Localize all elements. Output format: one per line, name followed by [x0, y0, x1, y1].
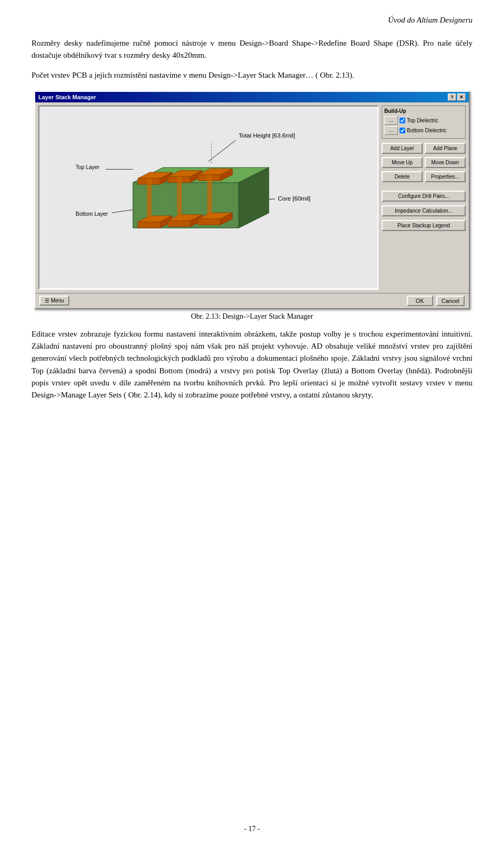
page-footer: - 17 - — [0, 825, 504, 833]
cancel-button[interactable]: Cancel — [436, 296, 465, 306]
top-dielectric-label: Top Dielectric — [407, 118, 438, 123]
menu-button[interactable]: ☰ Menu — [39, 296, 69, 306]
page-header: Úvod do Altium Designeru — [32, 16, 472, 25]
bottom-dielectric-row: ... Bottom Dielectric — [384, 126, 463, 135]
add-buttons-row: Add Layer Add Plane — [382, 143, 466, 154]
dialog-title: Layer Stack Manager — [38, 94, 96, 100]
buildup-label: Build-Up — [384, 108, 463, 114]
place-stackup-button[interactable]: Place Stackup Legend — [382, 220, 466, 231]
footer-left: ☰ Menu — [39, 296, 69, 306]
dialog-titlebar: Layer Stack Manager ? ✕ — [35, 92, 469, 102]
page: Úvod do Altium Designeru Rozměry desky n… — [0, 0, 504, 849]
top-dielectric-checkbox[interactable] — [400, 118, 405, 123]
close-button[interactable]: ✕ — [457, 93, 466, 101]
add-plane-button[interactable]: Add Plane — [425, 143, 466, 154]
svg-text:Total Height [63.6mil]: Total Height [63.6mil] — [239, 132, 295, 138]
move-down-button[interactable]: Move Down — [425, 157, 466, 168]
svg-text:Bottom Layer: Bottom Layer — [76, 211, 108, 217]
top-dielectric-row: ... Top Dielectric — [384, 116, 463, 125]
svg-marker-23 — [138, 222, 160, 228]
dialog-body: Total Height [63.6mil] Core [60mil] Top … — [35, 102, 469, 293]
dialog-right-panel: Build-Up ... Top Dielectric ... Bottom D… — [382, 106, 466, 290]
configure-drill-button[interactable]: Configure Drill Pairs... — [382, 191, 466, 202]
move-up-button[interactable]: Move Up — [382, 157, 423, 168]
menu-icon: ☰ — [45, 298, 49, 303]
svg-marker-29 — [198, 219, 220, 225]
dialog-layer-stack-manager: Layer Stack Manager ? ✕ Total Height [63… — [34, 91, 470, 309]
delete-properties-row: Delete Properties... — [382, 171, 466, 182]
top-dielectric-btn[interactable]: ... — [384, 116, 398, 125]
titlebar-buttons: ? ✕ — [448, 93, 466, 101]
move-buttons-row: Move Up Move Down — [382, 157, 466, 168]
header-title: Úvod do Altium Designeru — [388, 16, 472, 24]
impedance-button[interactable]: Impedance Calculation... — [382, 205, 466, 216]
figure-layer-stack-manager: Layer Stack Manager ? ✕ Total Height [63… — [32, 91, 472, 321]
figure-caption: Obr. 2.13: Design->Layer Stack Manager — [32, 312, 472, 321]
delete-button[interactable]: Delete — [382, 171, 423, 182]
ok-button[interactable]: OK — [407, 296, 433, 306]
bottom-dielectric-btn[interactable]: ... — [384, 126, 398, 135]
svg-marker-26 — [168, 221, 191, 227]
paragraph-1: Rozměry desky nadefinujeme ručně pomocí … — [32, 37, 472, 62]
buildup-group: Build-Up ... Top Dielectric ... Bottom D… — [382, 106, 466, 139]
help-button[interactable]: ? — [448, 93, 456, 101]
bottom-dielectric-label: Bottom Dielectric — [407, 128, 447, 133]
footer-right: OK Cancel — [407, 296, 465, 306]
paragraph-3: Editace vrstev zobrazuje fyzickou formu … — [32, 328, 472, 402]
paragraph-2: Počet vrstev PCB a jejich rozmístění nas… — [32, 69, 472, 81]
svg-rect-32 — [177, 176, 182, 221]
svg-rect-33 — [207, 175, 212, 219]
dialog-footer: ☰ Menu OK Cancel — [35, 293, 469, 308]
add-layer-button[interactable]: Add Layer — [382, 143, 423, 154]
pcb-visual-panel: Total Height [63.6mil] Core [60mil] Top … — [38, 106, 379, 290]
svg-text:Core [60mil]: Core [60mil] — [278, 195, 310, 202]
svg-rect-31 — [147, 178, 152, 222]
page-number: - 17 - — [244, 825, 260, 833]
bottom-dielectric-checkbox[interactable] — [400, 128, 405, 133]
properties-button[interactable]: Properties... — [425, 171, 466, 182]
pcb-svg: Total Height [63.6mil] Core [60mil] Top … — [39, 107, 377, 289]
svg-text:Top Layer: Top Layer — [76, 164, 100, 170]
menu-label: Menu — [51, 298, 64, 303]
